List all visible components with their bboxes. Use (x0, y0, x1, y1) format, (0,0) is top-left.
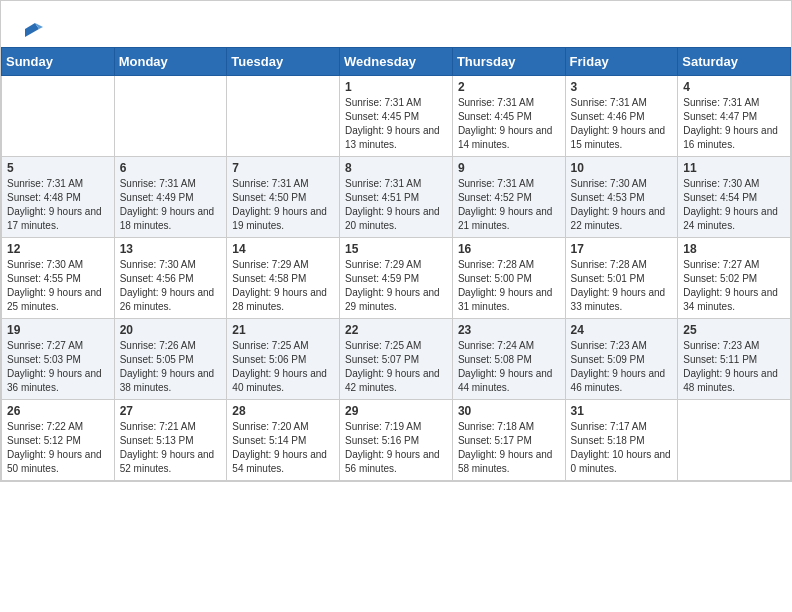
day-number: 6 (120, 161, 222, 175)
day-number: 22 (345, 323, 447, 337)
calendar-cell: 27Sunrise: 7:21 AM Sunset: 5:13 PM Dayli… (114, 400, 227, 481)
day-number: 17 (571, 242, 673, 256)
day-number: 13 (120, 242, 222, 256)
calendar-cell: 1Sunrise: 7:31 AM Sunset: 4:45 PM Daylig… (340, 76, 453, 157)
calendar-cell: 31Sunrise: 7:17 AM Sunset: 5:18 PM Dayli… (565, 400, 678, 481)
day-number: 15 (345, 242, 447, 256)
calendar-cell: 13Sunrise: 7:30 AM Sunset: 4:56 PM Dayli… (114, 238, 227, 319)
calendar-cell (114, 76, 227, 157)
calendar-cell: 15Sunrise: 7:29 AM Sunset: 4:59 PM Dayli… (340, 238, 453, 319)
calendar-table: SundayMondayTuesdayWednesdayThursdayFrid… (1, 47, 791, 481)
calendar-week-5: 26Sunrise: 7:22 AM Sunset: 5:12 PM Dayli… (2, 400, 791, 481)
day-number: 12 (7, 242, 109, 256)
day-number: 18 (683, 242, 785, 256)
day-number: 8 (345, 161, 447, 175)
weekday-header-friday: Friday (565, 48, 678, 76)
day-info: Sunrise: 7:22 AM Sunset: 5:12 PM Dayligh… (7, 420, 109, 476)
calendar-cell: 9Sunrise: 7:31 AM Sunset: 4:52 PM Daylig… (452, 157, 565, 238)
day-info: Sunrise: 7:31 AM Sunset: 4:52 PM Dayligh… (458, 177, 560, 233)
calendar-cell: 25Sunrise: 7:23 AM Sunset: 5:11 PM Dayli… (678, 319, 791, 400)
day-info: Sunrise: 7:26 AM Sunset: 5:05 PM Dayligh… (120, 339, 222, 395)
day-info: Sunrise: 7:30 AM Sunset: 4:55 PM Dayligh… (7, 258, 109, 314)
calendar-cell: 8Sunrise: 7:31 AM Sunset: 4:51 PM Daylig… (340, 157, 453, 238)
day-number: 28 (232, 404, 334, 418)
day-info: Sunrise: 7:31 AM Sunset: 4:49 PM Dayligh… (120, 177, 222, 233)
day-number: 9 (458, 161, 560, 175)
weekday-header-wednesday: Wednesday (340, 48, 453, 76)
calendar-cell: 18Sunrise: 7:27 AM Sunset: 5:02 PM Dayli… (678, 238, 791, 319)
calendar-cell: 3Sunrise: 7:31 AM Sunset: 4:46 PM Daylig… (565, 76, 678, 157)
day-number: 24 (571, 323, 673, 337)
day-info: Sunrise: 7:17 AM Sunset: 5:18 PM Dayligh… (571, 420, 673, 476)
weekday-header-saturday: Saturday (678, 48, 791, 76)
calendar-cell: 16Sunrise: 7:28 AM Sunset: 5:00 PM Dayli… (452, 238, 565, 319)
calendar-cell: 26Sunrise: 7:22 AM Sunset: 5:12 PM Dayli… (2, 400, 115, 481)
day-number: 10 (571, 161, 673, 175)
calendar-cell (678, 400, 791, 481)
day-info: Sunrise: 7:31 AM Sunset: 4:50 PM Dayligh… (232, 177, 334, 233)
calendar-week-3: 12Sunrise: 7:30 AM Sunset: 4:55 PM Dayli… (2, 238, 791, 319)
day-info: Sunrise: 7:31 AM Sunset: 4:45 PM Dayligh… (458, 96, 560, 152)
day-info: Sunrise: 7:28 AM Sunset: 5:01 PM Dayligh… (571, 258, 673, 314)
day-number: 20 (120, 323, 222, 337)
calendar-cell: 11Sunrise: 7:30 AM Sunset: 4:54 PM Dayli… (678, 157, 791, 238)
day-info: Sunrise: 7:29 AM Sunset: 4:58 PM Dayligh… (232, 258, 334, 314)
day-number: 26 (7, 404, 109, 418)
day-info: Sunrise: 7:31 AM Sunset: 4:47 PM Dayligh… (683, 96, 785, 152)
calendar-cell: 14Sunrise: 7:29 AM Sunset: 4:58 PM Dayli… (227, 238, 340, 319)
day-info: Sunrise: 7:28 AM Sunset: 5:00 PM Dayligh… (458, 258, 560, 314)
calendar-cell: 6Sunrise: 7:31 AM Sunset: 4:49 PM Daylig… (114, 157, 227, 238)
day-info: Sunrise: 7:21 AM Sunset: 5:13 PM Dayligh… (120, 420, 222, 476)
calendar-cell: 19Sunrise: 7:27 AM Sunset: 5:03 PM Dayli… (2, 319, 115, 400)
day-number: 2 (458, 80, 560, 94)
calendar-cell: 24Sunrise: 7:23 AM Sunset: 5:09 PM Dayli… (565, 319, 678, 400)
day-info: Sunrise: 7:23 AM Sunset: 5:09 PM Dayligh… (571, 339, 673, 395)
day-number: 16 (458, 242, 560, 256)
calendar-cell (2, 76, 115, 157)
day-number: 4 (683, 80, 785, 94)
day-info: Sunrise: 7:24 AM Sunset: 5:08 PM Dayligh… (458, 339, 560, 395)
logo-icon (21, 19, 43, 41)
day-info: Sunrise: 7:27 AM Sunset: 5:03 PM Dayligh… (7, 339, 109, 395)
calendar-cell: 4Sunrise: 7:31 AM Sunset: 4:47 PM Daylig… (678, 76, 791, 157)
calendar-cell (227, 76, 340, 157)
day-number: 27 (120, 404, 222, 418)
weekday-header-sunday: Sunday (2, 48, 115, 76)
day-info: Sunrise: 7:19 AM Sunset: 5:16 PM Dayligh… (345, 420, 447, 476)
day-info: Sunrise: 7:25 AM Sunset: 5:06 PM Dayligh… (232, 339, 334, 395)
day-number: 3 (571, 80, 673, 94)
calendar-cell: 7Sunrise: 7:31 AM Sunset: 4:50 PM Daylig… (227, 157, 340, 238)
calendar-week-4: 19Sunrise: 7:27 AM Sunset: 5:03 PM Dayli… (2, 319, 791, 400)
day-info: Sunrise: 7:18 AM Sunset: 5:17 PM Dayligh… (458, 420, 560, 476)
day-number: 14 (232, 242, 334, 256)
calendar-week-2: 5Sunrise: 7:31 AM Sunset: 4:48 PM Daylig… (2, 157, 791, 238)
day-number: 11 (683, 161, 785, 175)
day-number: 29 (345, 404, 447, 418)
day-info: Sunrise: 7:20 AM Sunset: 5:14 PM Dayligh… (232, 420, 334, 476)
day-info: Sunrise: 7:31 AM Sunset: 4:48 PM Dayligh… (7, 177, 109, 233)
calendar-week-1: 1Sunrise: 7:31 AM Sunset: 4:45 PM Daylig… (2, 76, 791, 157)
weekday-header-monday: Monday (114, 48, 227, 76)
day-info: Sunrise: 7:30 AM Sunset: 4:54 PM Dayligh… (683, 177, 785, 233)
day-number: 21 (232, 323, 334, 337)
day-info: Sunrise: 7:31 AM Sunset: 4:45 PM Dayligh… (345, 96, 447, 152)
day-number: 25 (683, 323, 785, 337)
day-info: Sunrise: 7:31 AM Sunset: 4:51 PM Dayligh… (345, 177, 447, 233)
day-info: Sunrise: 7:23 AM Sunset: 5:11 PM Dayligh… (683, 339, 785, 395)
day-info: Sunrise: 7:31 AM Sunset: 4:46 PM Dayligh… (571, 96, 673, 152)
calendar-cell: 21Sunrise: 7:25 AM Sunset: 5:06 PM Dayli… (227, 319, 340, 400)
calendar-page: SundayMondayTuesdayWednesdayThursdayFrid… (0, 0, 792, 482)
day-info: Sunrise: 7:30 AM Sunset: 4:53 PM Dayligh… (571, 177, 673, 233)
day-number: 7 (232, 161, 334, 175)
day-info: Sunrise: 7:25 AM Sunset: 5:07 PM Dayligh… (345, 339, 447, 395)
day-number: 31 (571, 404, 673, 418)
day-number: 23 (458, 323, 560, 337)
calendar-cell: 10Sunrise: 7:30 AM Sunset: 4:53 PM Dayli… (565, 157, 678, 238)
calendar-cell: 2Sunrise: 7:31 AM Sunset: 4:45 PM Daylig… (452, 76, 565, 157)
calendar-cell: 20Sunrise: 7:26 AM Sunset: 5:05 PM Dayli… (114, 319, 227, 400)
calendar-cell: 17Sunrise: 7:28 AM Sunset: 5:01 PM Dayli… (565, 238, 678, 319)
logo (19, 19, 43, 37)
day-info: Sunrise: 7:29 AM Sunset: 4:59 PM Dayligh… (345, 258, 447, 314)
weekday-header-tuesday: Tuesday (227, 48, 340, 76)
calendar-cell: 30Sunrise: 7:18 AM Sunset: 5:17 PM Dayli… (452, 400, 565, 481)
